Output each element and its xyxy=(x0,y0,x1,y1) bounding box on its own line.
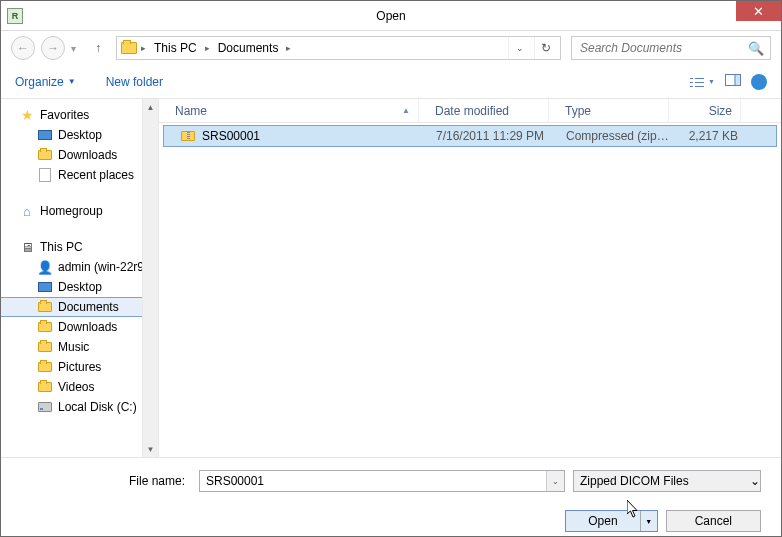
svg-rect-3 xyxy=(695,82,704,83)
tree-downloads2[interactable]: Downloads xyxy=(1,317,158,337)
search-input[interactable] xyxy=(578,40,748,56)
column-headers: Name▲ Date modified Type Size xyxy=(159,99,781,123)
back-button[interactable]: ← xyxy=(11,36,35,60)
chevron-down-icon: ▼ xyxy=(68,77,76,86)
computer-icon: 🖥 xyxy=(19,239,35,255)
recent-icon xyxy=(37,167,53,183)
disk-icon xyxy=(37,399,53,415)
tree-downloads[interactable]: Downloads xyxy=(1,145,158,165)
list-item[interactable]: SRS00001 7/16/2011 11:29 PM Compressed (… xyxy=(163,125,777,147)
main-area: ★Favorites Desktop Downloads Recent plac… xyxy=(1,99,781,457)
history-dropdown-icon[interactable]: ▾ xyxy=(71,43,76,54)
navigation-tree[interactable]: ★Favorites Desktop Downloads Recent plac… xyxy=(1,99,159,457)
forward-button[interactable]: → xyxy=(41,36,65,60)
breadcrumb-documents[interactable]: Documents xyxy=(214,41,283,55)
address-dropdown-icon[interactable]: ⌄ xyxy=(508,37,530,59)
column-size[interactable]: Size xyxy=(669,99,741,122)
scroll-up-icon[interactable]: ▲ xyxy=(143,99,158,115)
cancel-button[interactable]: Cancel xyxy=(666,510,761,532)
tree-pictures[interactable]: Pictures xyxy=(1,357,158,377)
folder-icon xyxy=(121,42,137,54)
tree-desktop2[interactable]: Desktop xyxy=(1,277,158,297)
tree-thispc[interactable]: 🖥This PC xyxy=(1,237,158,257)
column-name[interactable]: Name▲ xyxy=(159,99,419,122)
filetype-label: Zipped DICOM Files xyxy=(574,474,750,488)
tree-scrollbar[interactable]: ▲ ▼ xyxy=(142,99,158,457)
svg-rect-5 xyxy=(695,86,704,87)
search-icon[interactable]: 🔍 xyxy=(748,41,764,56)
open-dropdown-icon[interactable]: ▼ xyxy=(641,511,657,531)
sort-indicator-icon: ▲ xyxy=(402,106,410,115)
filetype-combo[interactable]: Zipped DICOM Files ⌄ xyxy=(573,470,761,492)
filetype-dropdown-button[interactable]: ⌄ xyxy=(750,474,760,488)
tree-admin[interactable]: 👤admin (win-22r92… xyxy=(1,257,158,277)
window-title: Open xyxy=(376,9,405,23)
tree-homegroup[interactable]: ⌂Homegroup xyxy=(1,201,158,221)
desktop-icon xyxy=(37,127,53,143)
breadcrumb-thispc[interactable]: This PC xyxy=(150,41,201,55)
folder-icon xyxy=(37,319,53,335)
chevron-right-icon[interactable]: ▸ xyxy=(205,43,210,53)
svg-rect-0 xyxy=(690,78,693,79)
desktop-icon xyxy=(37,279,53,295)
svg-rect-4 xyxy=(690,86,693,87)
svg-rect-1 xyxy=(695,78,704,79)
help-button[interactable]: ? xyxy=(751,74,767,90)
toolbar: Organize▼ New folder ▼ ? xyxy=(1,65,781,99)
folder-icon xyxy=(37,147,53,163)
filename-dropdown-button[interactable]: ⌄ xyxy=(546,471,564,491)
svg-rect-2 xyxy=(690,82,693,83)
view-options-button[interactable]: ▼ xyxy=(689,76,715,88)
star-icon: ★ xyxy=(19,107,35,123)
tree-music[interactable]: Music xyxy=(1,337,158,357)
tree-favorites[interactable]: ★Favorites xyxy=(1,105,158,125)
tree-desktop[interactable]: Desktop xyxy=(1,125,158,145)
preview-pane-button[interactable] xyxy=(725,74,741,89)
folder-icon xyxy=(37,359,53,375)
chevron-right-icon[interactable]: ▸ xyxy=(286,43,291,53)
cell-type: Compressed (zipp... xyxy=(550,129,670,143)
folder-icon xyxy=(37,299,53,315)
title-bar: R Open ✕ xyxy=(1,1,781,31)
homegroup-icon: ⌂ xyxy=(19,203,35,219)
column-type[interactable]: Type xyxy=(549,99,669,122)
svg-rect-7 xyxy=(735,75,741,86)
cell-date: 7/16/2011 11:29 PM xyxy=(420,129,550,143)
file-list[interactable]: Name▲ Date modified Type Size SRS00001 7… xyxy=(159,99,781,457)
tree-localdisk[interactable]: Local Disk (C:) xyxy=(1,397,158,417)
tree-recent[interactable]: Recent places xyxy=(1,165,158,185)
tree-documents[interactable]: Documents xyxy=(1,297,158,317)
nav-bar: ← → ▾ ↑ ▸ This PC ▸ Documents ▸ ⌄ ↻ 🔍 xyxy=(1,31,781,65)
search-box[interactable]: 🔍 xyxy=(571,36,771,60)
dialog-footer: File name: ⌄ Zipped DICOM Files ⌄ Open ▼… xyxy=(1,457,781,537)
filename-input[interactable] xyxy=(200,474,546,488)
filename-label: File name: xyxy=(21,474,191,488)
tree-videos[interactable]: Videos xyxy=(1,377,158,397)
address-bar[interactable]: ▸ This PC ▸ Documents ▸ ⌄ ↻ xyxy=(116,36,561,60)
organize-button[interactable]: Organize▼ xyxy=(15,75,76,89)
folder-icon xyxy=(37,379,53,395)
column-date[interactable]: Date modified xyxy=(419,99,549,122)
app-icon: R xyxy=(7,8,23,24)
cell-size: 2,217 KB xyxy=(670,129,738,143)
up-button[interactable]: ↑ xyxy=(88,38,108,58)
user-icon: 👤 xyxy=(37,259,53,275)
chevron-right-icon[interactable]: ▸ xyxy=(141,43,146,53)
folder-icon xyxy=(37,339,53,355)
zip-folder-icon xyxy=(180,128,196,144)
close-button[interactable]: ✕ xyxy=(736,1,781,21)
open-button[interactable]: Open ▼ xyxy=(565,510,657,532)
scroll-down-icon[interactable]: ▼ xyxy=(143,441,158,457)
cell-name: SRS00001 xyxy=(164,128,420,144)
filename-combo[interactable]: ⌄ xyxy=(199,470,565,492)
new-folder-button[interactable]: New folder xyxy=(106,75,163,89)
refresh-button[interactable]: ↻ xyxy=(534,37,556,59)
